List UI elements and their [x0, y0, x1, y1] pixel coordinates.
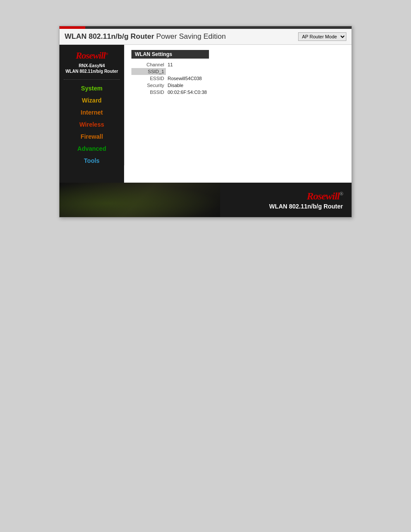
sidebar-item-internet[interactable]: Internet — [59, 106, 124, 118]
brand-logo-text: Rosewill — [76, 50, 106, 61]
wlan-section-title: WLAN Settings — [131, 50, 209, 59]
bssid-row: BSSID 00:02:6F:54:C0:38 — [131, 89, 345, 96]
header-title: WLAN 802.11n/b/g Router Power Saving Edi… — [65, 32, 226, 41]
header-title-main: WLAN 802.11n/b/g Router — [65, 32, 154, 40]
bssid-value: 00:02:6F:54:C0:38 — [166, 89, 345, 96]
header: WLAN 802.11n/b/g Router Power Saving Edi… — [59, 29, 352, 45]
essid-label: ESSID — [131, 75, 166, 82]
footer-tagmark: ® — [339, 191, 343, 197]
header-title-sub: Power Saving Edition — [154, 32, 226, 40]
sidebar-item-advanced[interactable]: Advanced — [59, 143, 124, 155]
nav-divider — [64, 79, 120, 80]
wlan-table: Channel 11 SSID_1 ESSID Rosewill54C038 S… — [131, 61, 345, 96]
brand-tagmark: ® — [106, 52, 108, 56]
channel-row: Channel 11 — [131, 61, 345, 68]
mode-dropdown[interactable]: AP Router Mode — [298, 32, 346, 41]
footer-logo-text: Rosewill — [307, 190, 339, 202]
sidebar-item-firewall[interactable]: Firewall — [59, 131, 124, 143]
essid-row: ESSID Rosewill54C038 — [131, 75, 345, 82]
security-row: Security Disable — [131, 82, 345, 89]
security-value: Disable — [166, 82, 345, 89]
ssid-tab-label: SSID_1 — [131, 68, 166, 75]
security-label: Security — [131, 82, 166, 89]
brand-area: Rosewill® RNX-EasyN4 WLAN 802.11n/b/g Ro… — [59, 45, 124, 77]
sidebar-item-system[interactable]: System — [59, 82, 124, 94]
channel-label: Channel — [131, 61, 166, 68]
sidebar: Rosewill® RNX-EasyN4 WLAN 802.11n/b/g Ro… — [59, 45, 124, 183]
footer-area: Rosewill® WLAN 802.11n/b/g Router — [59, 183, 352, 217]
sidebar-item-wizard[interactable]: Wizard — [59, 94, 124, 106]
router-ui: WLAN 802.11n/b/g Router Power Saving Edi… — [59, 26, 352, 218]
footer-bg-pattern — [59, 183, 220, 217]
sidebar-item-wireless[interactable]: Wireless — [59, 118, 124, 131]
footer-subtitle: WLAN 802.11n/b/g Router — [269, 203, 343, 210]
device-name-line2: WLAN 802.11n/b/g Router — [63, 68, 121, 74]
sidebar-item-tools[interactable]: Tools — [59, 155, 124, 167]
device-name-line1: RNX-EasyN4 — [63, 63, 121, 68]
essid-value: Rosewill54C038 — [166, 75, 345, 82]
brand-logo: Rosewill® — [63, 50, 121, 61]
content-area[interactable]: WLAN Settings Channel 11 SSID_1 ESSID Ro… — [124, 45, 352, 165]
bssid-label: BSSID — [131, 89, 166, 96]
main-layout: Rosewill® RNX-EasyN4 WLAN 802.11n/b/g Ro… — [59, 45, 352, 183]
device-name: RNX-EasyN4 WLAN 802.11n/b/g Router — [63, 63, 121, 74]
channel-value: 11 — [166, 61, 345, 68]
footer-logo: Rosewill® — [307, 190, 343, 202]
ssid-tab-row: SSID_1 — [131, 68, 345, 75]
